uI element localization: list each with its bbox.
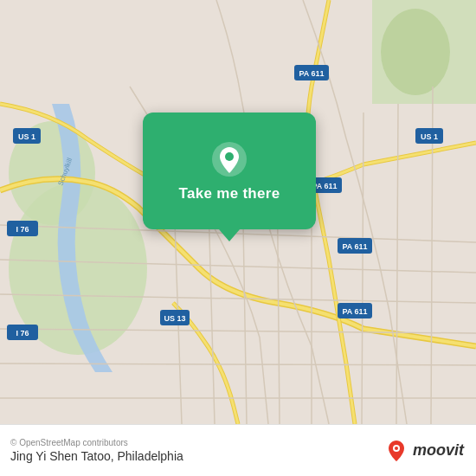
take-me-there-popup[interactable]: Take me there <box>143 113 316 229</box>
svg-text:US 1: US 1 <box>18 132 35 141</box>
svg-text:PA 611: PA 611 <box>342 242 367 251</box>
moovit-logo: moovit <box>384 439 464 463</box>
take-me-there-label: Take me there <box>179 185 280 203</box>
svg-text:US 1: US 1 <box>421 132 438 141</box>
svg-point-43 <box>395 447 398 450</box>
bottom-info: © OpenStreetMap contributors Jing Yi She… <box>10 438 183 463</box>
svg-text:PA 611: PA 611 <box>342 307 367 316</box>
moovit-text: moovit <box>413 441 464 460</box>
map-container: I 76 I 76 US 1 US 1 US 1 PA 611 PA 611 P… <box>0 0 476 424</box>
svg-text:US 13: US 13 <box>164 314 185 323</box>
bottom-bar: © OpenStreetMap contributors Jing Yi She… <box>0 424 476 476</box>
svg-text:PA 611: PA 611 <box>299 69 324 78</box>
location-name: Jing Yi Shen Tatoo, Philadelphia <box>10 449 183 463</box>
moovit-logo-icon <box>384 439 408 463</box>
svg-text:I 76: I 76 <box>16 225 29 234</box>
attribution-text: © OpenStreetMap contributors <box>10 438 183 447</box>
svg-point-41 <box>225 152 234 161</box>
svg-point-4 <box>381 9 450 95</box>
svg-text:I 76: I 76 <box>16 329 29 338</box>
location-pin-icon <box>210 140 248 178</box>
